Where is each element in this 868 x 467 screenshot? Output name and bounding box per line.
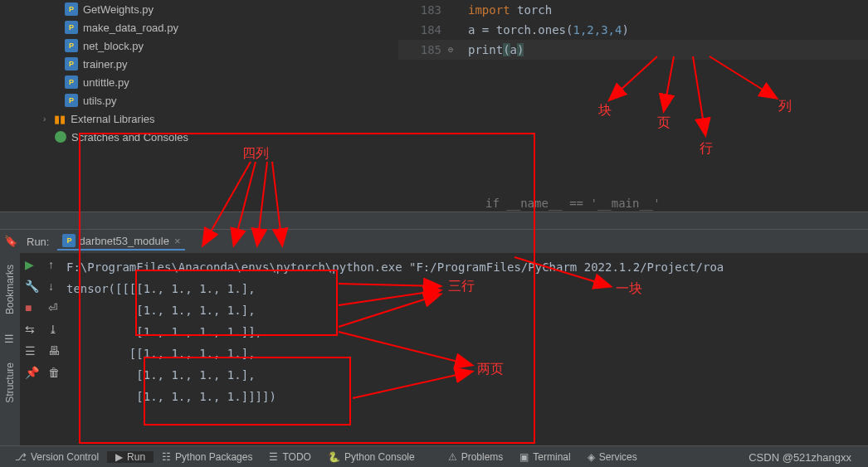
python-file-icon <box>65 21 78 34</box>
run-tab[interactable]: darbnet53_module × <box>57 232 185 251</box>
python-console-tool[interactable]: 🐍Python Console <box>319 451 423 463</box>
file-item[interactable]: GetWeights.py <box>25 0 398 18</box>
services-icon: ◈ <box>588 451 595 463</box>
wrench-icon[interactable]: 🔧 <box>25 280 38 293</box>
services-tool[interactable]: ◈Services <box>579 451 646 463</box>
bookmark-icon[interactable]: 🔖 <box>4 235 16 246</box>
gutter-fold-icon: ⊖ <box>448 40 468 60</box>
up-icon[interactable]: ↑ <box>48 258 61 271</box>
problems-tool[interactable]: ⚠Problems <box>440 451 512 463</box>
python-file-icon <box>65 57 78 71</box>
pin-icon[interactable]: 📌 <box>25 366 38 379</box>
split-bar[interactable] <box>0 212 868 230</box>
external-libraries[interactable]: ›▮▮External Libraries <box>25 109 398 128</box>
python-file-icon <box>65 94 78 107</box>
down-icon[interactable]: ↓ <box>48 280 61 293</box>
left-stripe: 🔖 Bookmarks ☰ Structure <box>0 230 20 445</box>
code-line: 184a = torch.ones(1,2,3,4) <box>398 20 868 40</box>
close-icon[interactable]: × <box>174 235 181 247</box>
version-control-tool[interactable]: ⎇Version Control <box>7 451 107 463</box>
scroll-icon[interactable]: ⤓ <box>48 323 61 336</box>
python-file-icon <box>62 234 76 247</box>
chevron-right-icon: › <box>43 114 46 124</box>
status-bar: ⎇Version Control ▶Run ☷Python Packages ☰… <box>0 445 868 467</box>
breadcrumb-hint: if __name__ == '__main__' <box>485 197 661 210</box>
library-icon: ▮▮ <box>54 113 66 124</box>
structure-icon[interactable]: ☰ <box>4 333 16 344</box>
python-file-icon <box>65 75 78 89</box>
todo-icon: ☰ <box>269 451 278 463</box>
filter-icon[interactable]: ☰ <box>25 344 38 358</box>
stop-icon[interactable]: ■ <box>25 301 38 314</box>
run-tool-header: Run: darbnet53_module × <box>20 230 868 253</box>
structure-tool[interactable]: Structure <box>4 362 16 403</box>
wrap-icon[interactable]: ⏎ <box>48 301 61 314</box>
terminal-icon: ▣ <box>519 451 529 463</box>
python-icon: 🐍 <box>328 451 340 463</box>
run-label: Run: <box>27 236 49 248</box>
todo-tool[interactable]: ☰TODO <box>261 451 319 463</box>
print-icon[interactable]: 🖶 <box>48 344 61 358</box>
console-output[interactable]: F:\ProgramFiles\Anaconda\envs\pytorch\py… <box>66 253 868 445</box>
warning-icon: ⚠ <box>448 451 457 463</box>
code-line-active: 185⊖print(a) <box>398 40 868 60</box>
project-tree[interactable]: GetWeights.py make_data_road.py net_bloc… <box>0 0 398 212</box>
scratch-icon <box>55 131 66 143</box>
rerun-icon[interactable]: ▶ <box>25 258 38 271</box>
file-item[interactable]: untittle.py <box>25 73 398 91</box>
python-packages-tool[interactable]: ☷Python Packages <box>154 451 261 463</box>
vcs-icon: ⎇ <box>15 451 27 463</box>
file-item[interactable]: trainer.py <box>25 55 398 73</box>
file-item[interactable]: make_data_road.py <box>25 18 398 36</box>
run-tool-button[interactable]: ▶Run <box>107 451 154 463</box>
scratches-consoles[interactable]: Scratches and Consoles <box>25 128 398 146</box>
python-file-icon <box>65 2 78 16</box>
run-toolbar: ▶ 🔧 ■ ⇆ ☰ 📌 ↑ ↓ ⏎ ⤓ 🖶 🗑 <box>20 253 66 445</box>
code-editor[interactable]: 183import torch 184a = torch.ones(1,2,3,… <box>398 0 868 212</box>
file-item[interactable]: utils.py <box>25 91 398 109</box>
trash-icon[interactable]: 🗑 <box>48 366 61 379</box>
package-icon: ☷ <box>162 451 171 463</box>
layout-icon[interactable]: ⇆ <box>25 323 38 336</box>
python-file-icon <box>65 39 78 52</box>
bookmarks-tool[interactable]: Bookmarks <box>4 265 16 314</box>
terminal-tool[interactable]: ▣Terminal <box>511 451 578 463</box>
file-item[interactable]: net_block.py <box>25 36 398 55</box>
code-line: 183import torch <box>398 0 868 20</box>
watermark: CSDN @521zhangxx <box>749 451 851 464</box>
play-icon: ▶ <box>115 451 123 463</box>
